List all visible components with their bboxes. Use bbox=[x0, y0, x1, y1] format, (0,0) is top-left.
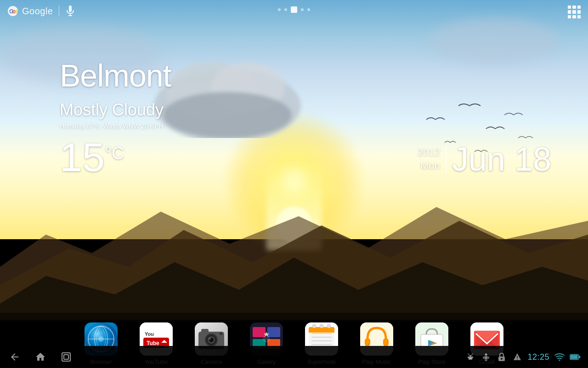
weather-condition: Mostly Cloudy bbox=[60, 100, 171, 120]
svg-rect-66 bbox=[64, 355, 68, 359]
topbar-separator bbox=[59, 6, 59, 17]
svg-point-19 bbox=[98, 336, 104, 342]
weather-details: Humidity 67%, Winds WNW 20 KPH bbox=[60, 122, 171, 130]
svg-rect-77 bbox=[487, 357, 489, 358]
svg-line-70 bbox=[472, 354, 473, 355]
home-button[interactable] bbox=[33, 350, 48, 364]
svg-rect-76 bbox=[483, 357, 485, 358]
svg-point-80 bbox=[501, 358, 503, 360]
svg-point-40 bbox=[263, 335, 270, 343]
svg-rect-37 bbox=[267, 327, 280, 337]
svg-rect-34 bbox=[220, 333, 222, 335]
svg-rect-86 bbox=[571, 355, 578, 359]
date-widget[interactable]: 2012 Mon Jun 18 bbox=[418, 143, 551, 176]
warning-icon bbox=[512, 351, 523, 362]
svg-point-51 bbox=[320, 324, 323, 328]
topbar: G o o Google bbox=[0, 0, 588, 22]
systembar: 12:25 bbox=[0, 346, 588, 368]
svg-text:You: You bbox=[145, 331, 154, 337]
mic-button[interactable] bbox=[65, 6, 76, 17]
temp-unit: °C bbox=[105, 144, 124, 162]
svg-rect-57 bbox=[384, 340, 387, 345]
svg-point-68 bbox=[471, 356, 472, 357]
google-text: Google bbox=[22, 6, 53, 17]
svg-rect-73 bbox=[472, 356, 473, 358]
back-button[interactable] bbox=[7, 350, 22, 364]
svg-point-50 bbox=[312, 324, 316, 328]
date-separator bbox=[446, 145, 447, 173]
svg-rect-49 bbox=[309, 331, 334, 333]
svg-rect-65 bbox=[62, 353, 70, 361]
temp-value: 15 bbox=[60, 137, 105, 178]
battery-icon bbox=[570, 351, 581, 362]
cloud-main-svg bbox=[147, 37, 308, 138]
date-month-day: Jun 18 bbox=[452, 143, 551, 176]
mountains-svg bbox=[0, 175, 588, 322]
svg-point-67 bbox=[469, 356, 470, 357]
svg-point-83 bbox=[517, 359, 518, 360]
date-left: 2012 Mon bbox=[418, 146, 440, 172]
temperature-display: 15 °C bbox=[60, 137, 171, 178]
svg-text:Tube: Tube bbox=[147, 340, 159, 346]
svg-rect-33 bbox=[201, 329, 209, 333]
android-icon bbox=[465, 351, 476, 362]
time-display: 12:25 bbox=[527, 352, 549, 362]
svg-point-78 bbox=[485, 359, 487, 361]
svg-point-52 bbox=[327, 324, 331, 328]
recents-button[interactable] bbox=[59, 350, 74, 364]
svg-point-84 bbox=[559, 360, 560, 361]
svg-rect-87 bbox=[578, 356, 580, 358]
date-year: 2012 bbox=[418, 146, 440, 159]
weather-widget[interactable]: Belmont Mostly Cloudy Humidity 67%, Wind… bbox=[60, 60, 171, 178]
status-area: 12:25 bbox=[465, 351, 581, 362]
city-name: Belmont bbox=[60, 60, 171, 91]
wifi-icon bbox=[554, 351, 565, 362]
wallpaper bbox=[0, 0, 588, 368]
usb-icon bbox=[481, 351, 492, 362]
svg-rect-12 bbox=[69, 6, 72, 12]
svg-rect-72 bbox=[468, 356, 469, 358]
svg-point-32 bbox=[209, 338, 211, 339]
svg-point-3 bbox=[163, 92, 292, 138]
svg-line-69 bbox=[468, 354, 469, 355]
lock-icon bbox=[496, 351, 507, 362]
svg-rect-56 bbox=[366, 340, 369, 345]
google-logo[interactable]: G o o Google bbox=[7, 6, 53, 17]
nav-buttons bbox=[7, 350, 74, 364]
svg-rect-71 bbox=[469, 357, 472, 360]
svg-text:o: o bbox=[15, 8, 18, 15]
svg-rect-36 bbox=[253, 327, 266, 337]
date-day-name: Mon bbox=[418, 159, 440, 172]
google-icon: G o o bbox=[7, 6, 18, 17]
